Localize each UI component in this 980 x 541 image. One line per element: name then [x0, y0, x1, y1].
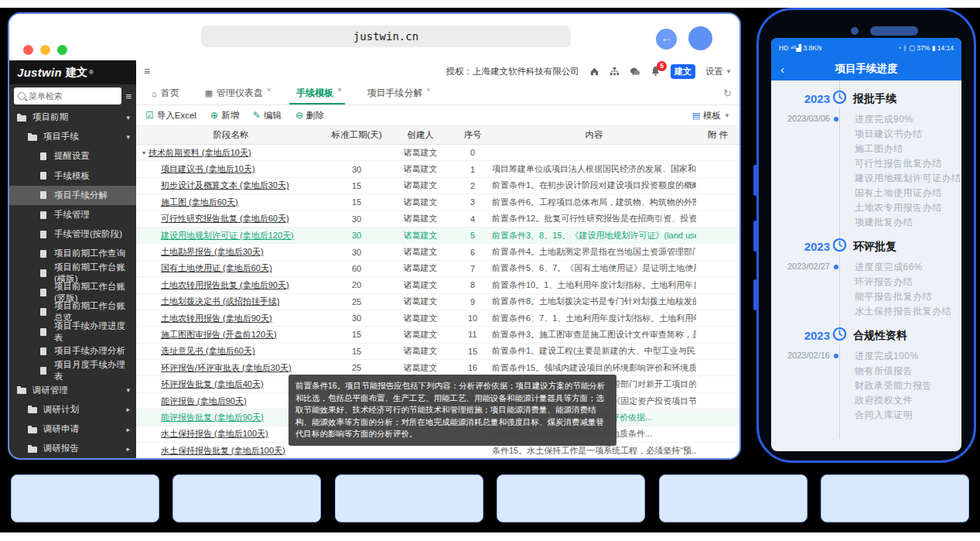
table-row[interactable]: 可行性研究报告批复 (拿地后60天) 30 诸葛建文 4 前置条件12。批复可行…	[136, 211, 739, 228]
stage-link[interactable]: 土地农转用报告 (拿地后90天)	[161, 313, 272, 324]
table-row[interactable]: 施工图 (拿地后60天) 15 诸葛建文 3 前置条件6。工程项目总体布局，建筑…	[136, 194, 739, 211]
table-row[interactable]: 选址意见书 (拿地后60天) 15 诸葛建文 15 前置条件1。建设工程(主要是…	[136, 344, 739, 360]
menu-collapse-icon[interactable]: ≡	[125, 91, 131, 102]
notifications-bell-icon[interactable]: 5	[650, 66, 661, 77]
stage-link[interactable]: 施工图图审报告 (开盘前120天)	[161, 329, 277, 341]
column-header-stage-name[interactable]: 阶段名称	[136, 129, 326, 141]
delete-button[interactable]: ⊖删除	[295, 110, 324, 122]
edit-button[interactable]: ✎编辑	[253, 110, 282, 122]
sidebar-menu-item[interactable]: 项目前期 ▾	[9, 108, 136, 127]
cell-days: 15	[326, 347, 388, 356]
column-header-attachment[interactable]: 附 件	[696, 129, 739, 141]
tab[interactable]: 手续模板 ×	[282, 82, 352, 104]
home-icon[interactable]	[589, 67, 599, 77]
sitemap-icon[interactable]	[610, 67, 620, 77]
stage-link[interactable]: 水土保持报告批复 (拿地后100天)	[161, 445, 285, 457]
import-excel-button[interactable]: ☑导入Excel	[145, 110, 196, 122]
sidebar-menu-item[interactable]: 项目手续分解	[9, 186, 136, 205]
table-row[interactable]: 项目建议书 (拿地后10天) 30 诸葛建文 1 项目筹建单位或项目法人根据国民…	[136, 161, 739, 177]
expand-arrow-icon[interactable]: ▾	[142, 149, 145, 156]
sidebar-menu-item[interactable]: 项目前期工作台账(横版)	[9, 264, 136, 283]
dock-button[interactable]	[497, 474, 645, 522]
profile-circle-button[interactable]	[688, 26, 712, 50]
table-row[interactable]: 土地农转用报告 (拿地后90天) 30 诸葛建文 10 前置条件6、7、1、土地…	[136, 310, 739, 327]
template-dropdown-button[interactable]: ▤模板▼	[692, 110, 730, 122]
chevron-down-icon: ▼	[724, 112, 730, 119]
stage-link[interactable]: 环评报告批复 (拿地后40天)	[161, 378, 264, 390]
sidebar-menu-item[interactable]: 提醒设置	[9, 146, 136, 166]
dock-button[interactable]	[172, 474, 321, 522]
stage-link[interactable]: 国有土地使用证 (拿地后60天)	[161, 262, 272, 274]
table-row[interactable]: 施工图图审报告 (开盘前120天) 15 诸葛建文 11 前置条件3。施工图审查…	[136, 327, 739, 343]
sidebar-menu-item[interactable]: 调研计划 ▸	[9, 400, 136, 419]
table-row[interactable]: 土地划拨决定书 (或招拍挂手续) 25 诸葛建文 9 前置条件8。土地划拨决定书…	[136, 294, 739, 310]
tab[interactable]: 项目手续分解 ×	[353, 82, 442, 104]
sidebar-menu-item[interactable]: 项目手续办理进度表	[9, 322, 136, 341]
stage-link[interactable]: 土地农转用报告批复 (拿地后90天)	[161, 279, 289, 291]
stage-link[interactable]: 选址意见书 (拿地后60天)	[161, 345, 255, 357]
column-header-seq[interactable]: 序号	[453, 129, 492, 141]
dock-button[interactable]	[335, 474, 483, 522]
column-header-standard-days[interactable]: 标准工期(天)	[326, 129, 388, 141]
clock-icon	[832, 90, 847, 108]
user-avatar-badge[interactable]: 建文	[671, 64, 695, 79]
close-window-button[interactable]	[23, 45, 33, 55]
stage-link[interactable]: 可行性研究报告批复 (拿地后60天)	[161, 213, 289, 224]
maximize-window-button[interactable]	[57, 45, 67, 55]
sidebar-menu-item[interactable]: 调研申请 ▸	[9, 419, 136, 439]
cell-creator: 诸葛建文	[388, 313, 453, 324]
stage-link[interactable]: 土地勘界报告 (拿地后30天)	[161, 246, 264, 258]
address-bar[interactable]: justwin.cn	[201, 26, 571, 47]
sidebar-menu-item[interactable]: 项目前期工作查询	[9, 244, 136, 263]
table-row[interactable]: 土地勘界报告 (拿地后30天) 30 诸葛建文 6 前置条件4。土地勘测定界是指…	[136, 244, 739, 260]
stage-link[interactable]: 土地划拨决定书 (或招拍挂手续)	[161, 296, 279, 307]
stage-link[interactable]: 能评报告批复 (拿地后90天)	[161, 412, 264, 423]
add-button[interactable]: ⊕新增	[210, 110, 239, 122]
stage-link[interactable]: 建设用地规划许可证 (拿地后120天)	[161, 230, 294, 241]
sidebar-menu-item[interactable]: 调研报告 ▸	[9, 439, 136, 458]
back-circle-button[interactable]: ←	[656, 29, 677, 50]
table-row[interactable]: 建设用地规划许可证 (拿地后120天) 30 诸葛建文 5 前置条件3、8、15…	[136, 228, 739, 244]
stage-link[interactable]: 水土保持报告 (拿地后100天)	[161, 428, 268, 440]
sidebar-menu-item[interactable]: 调研管理 ▾	[9, 381, 136, 400]
stage-link[interactable]: 初步设计及概算文本 (拿地后30天)	[161, 180, 289, 191]
sidebar-menu-item[interactable]: 项目手续 ▾	[9, 127, 136, 146]
sidebar-menu-item[interactable]: 项目前期工作台账总览	[9, 303, 136, 322]
tab-close-icon[interactable]: ×	[337, 86, 341, 94]
menu-search-input[interactable]	[29, 91, 118, 101]
tab-close-icon[interactable]: ×	[267, 86, 271, 94]
tab[interactable]: ⌂ 首页	[141, 82, 194, 104]
table-row[interactable]: 国有土地使用证 (拿地后60天) 60 诸葛建文 7 前置条件5、6、7。《国有…	[136, 261, 739, 277]
hamburger-menu-icon[interactable]: ≡	[144, 65, 150, 77]
table-row[interactable]: 初步设计及概算文本 (拿地后30天) 15 诸葛建文 2 前置条件1。在初步设计…	[136, 178, 739, 194]
table-row[interactable]: ▾技术前期资料 (拿地后10天) 诸葛建文 0	[136, 145, 739, 161]
sidebar-menu-item[interactable]: 手续管理	[9, 205, 136, 224]
sidebar-menu-item[interactable]: 项目月度手续办理表	[9, 361, 136, 380]
refresh-icon[interactable]: ↻	[723, 87, 732, 99]
dock-button[interactable]	[821, 474, 969, 522]
sidebar-menu-item[interactable]: 项目手续办理分析	[9, 341, 136, 361]
back-chevron-icon[interactable]: ‹	[780, 63, 784, 76]
dock-button[interactable]	[659, 474, 808, 522]
sidebar-menu-item[interactable]: 项目前期工作台账(竖版)	[9, 283, 136, 303]
tab-close-icon[interactable]: ×	[427, 86, 431, 94]
messages-icon[interactable]	[630, 67, 640, 77]
timeline-item: 政府授权文件	[855, 393, 961, 408]
settings-dropdown[interactable]: 设置 ▼	[705, 66, 732, 77]
sidebar-menu-item[interactable]: 手续管理(按阶段)	[9, 224, 136, 244]
tab[interactable]: ▦ 管理仪表盘 ×	[194, 82, 282, 104]
stage-link[interactable]: 施工图 (拿地后60天)	[161, 197, 238, 208]
column-header-creator[interactable]: 创建人	[388, 129, 453, 141]
stage-link[interactable]: 项目建议书 (拿地后10天)	[161, 163, 255, 175]
cell-days: 15	[326, 197, 388, 207]
stage-link[interactable]: 能评报告 (拿地后90天)	[161, 395, 247, 407]
column-header-content[interactable]: 内容	[492, 129, 696, 141]
stage-link[interactable]: 环评报告/环评审批表 (拿地后30天)	[161, 362, 292, 374]
menu-search-box[interactable]	[14, 87, 121, 104]
dock-button[interactable]	[11, 474, 159, 522]
stage-link[interactable]: 技术前期资料 (拿地后10天)	[149, 147, 251, 159]
cell-stage-name: 国有土地使用证 (拿地后60天)	[136, 262, 326, 274]
table-row[interactable]: 土地农转用报告批复 (拿地后90天) 20 诸葛建文 8 前置条件10。1、土地…	[136, 277, 739, 293]
sidebar-menu-item[interactable]: 手续模板	[9, 166, 136, 186]
minimize-window-button[interactable]	[40, 45, 50, 55]
